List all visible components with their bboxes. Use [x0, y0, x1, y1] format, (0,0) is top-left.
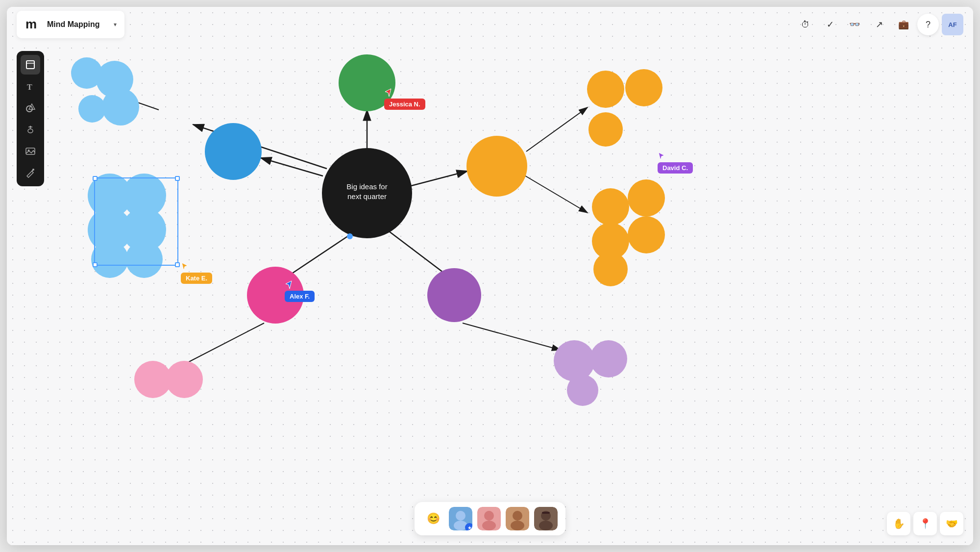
timer-button[interactable]: ⏱: [795, 14, 816, 35]
svg-point-9: [30, 126, 31, 127]
svg-text:T: T: [27, 83, 32, 91]
logo-icon: m: [24, 16, 42, 33]
left-sidebar: T: [17, 51, 44, 186]
svg-point-54: [166, 361, 203, 398]
topbar-right: ⏱ ✓ 👓 ↗ 💼 ? AF: [795, 14, 963, 35]
svg-point-46: [592, 188, 629, 226]
glasses-button[interactable]: 👓: [844, 14, 865, 35]
avatar-1[interactable]: ★: [449, 507, 472, 530]
svg-point-44: [625, 69, 662, 106]
svg-marker-61: [286, 281, 292, 289]
svg-point-50: [593, 252, 628, 286]
svg-point-28: [102, 88, 139, 125]
app-title: Mind Mapping: [47, 20, 109, 29]
svg-point-52: [427, 268, 481, 322]
svg-point-56: [590, 340, 627, 377]
avatar-3[interactable]: [506, 507, 529, 530]
svg-line-23: [463, 323, 561, 350]
tool-shape[interactable]: [21, 98, 40, 118]
svg-marker-58: [385, 89, 391, 97]
svg-point-42: [466, 136, 527, 197]
svg-line-21: [521, 174, 588, 213]
tool-pen[interactable]: [21, 163, 40, 182]
svg-point-41: [347, 233, 353, 239]
briefcase-button[interactable]: 💼: [893, 14, 914, 35]
hand-tool-button[interactable]: ✋: [887, 512, 910, 535]
checklist-button[interactable]: ✓: [819, 14, 841, 35]
avatar-2[interactable]: [477, 507, 501, 530]
svg-point-37: [339, 54, 395, 111]
svg-rect-70: [542, 512, 550, 514]
svg-line-20: [526, 107, 588, 151]
svg-line-22: [183, 323, 264, 365]
svg-point-55: [554, 340, 595, 381]
bottom-right-tools: ✋ 📍 🤝: [887, 512, 963, 535]
svg-marker-60: [182, 263, 188, 271]
bottom-bar: 😊 ★: [415, 502, 565, 535]
svg-marker-59: [659, 152, 664, 160]
emoji-button[interactable]: 😊: [422, 508, 444, 529]
svg-line-15: [411, 171, 467, 186]
svg-text:m: m: [25, 17, 37, 31]
svg-line-18: [261, 158, 323, 176]
star-badge: ★: [465, 523, 472, 530]
svg-point-49: [628, 216, 665, 253]
handshake-tool-button[interactable]: 🤝: [940, 512, 963, 535]
cursor-kate: Kate E.: [181, 262, 189, 272]
logo-area[interactable]: m Mind Mapping ▾: [17, 11, 124, 38]
cursor-jessica: Jessica N.: [384, 88, 392, 98]
cursor-button[interactable]: ↗: [868, 14, 890, 35]
cursor-david: David C.: [658, 151, 665, 161]
svg-point-13: [32, 169, 34, 171]
svg-point-47: [628, 179, 665, 217]
cursor-alex: Alex F.: [285, 280, 293, 290]
mind-map-canvas[interactable]: Big ideas for next quarter: [7, 7, 973, 545]
svg-point-65: [482, 521, 496, 530]
tool-text[interactable]: T: [21, 76, 40, 96]
svg-line-17: [389, 231, 445, 274]
avatar-4[interactable]: [534, 507, 558, 530]
svg-text:next quarter: next quarter: [347, 192, 387, 201]
svg-point-69: [539, 521, 553, 530]
svg-line-16: [291, 235, 350, 274]
svg-point-66: [513, 511, 522, 521]
user-avatar-button[interactable]: AF: [942, 14, 963, 35]
tool-image[interactable]: [21, 141, 40, 161]
svg-point-51: [247, 267, 304, 324]
svg-rect-1: [26, 61, 34, 69]
svg-point-62: [456, 511, 466, 521]
svg-point-29: [78, 95, 106, 123]
tool-ai[interactable]: [21, 120, 40, 139]
svg-point-43: [587, 71, 624, 108]
pin-tool-button[interactable]: 📍: [913, 512, 937, 535]
svg-point-35: [125, 241, 163, 278]
topbar: m Mind Mapping ▾ ⏱ ✓ 👓 ↗ 💼 ? AF: [7, 7, 973, 42]
tool-sticky[interactable]: [21, 55, 40, 75]
svg-point-36: [205, 123, 262, 180]
svg-point-67: [511, 521, 524, 530]
svg-text:Big ideas for: Big ideas for: [346, 182, 387, 191]
svg-point-6: [28, 129, 33, 133]
svg-point-57: [567, 375, 598, 406]
app-frame: m Mind Mapping ▾ ⏱ ✓ 👓 ↗ 💼 ? AF T: [7, 7, 973, 545]
svg-point-64: [484, 511, 494, 521]
svg-point-45: [588, 112, 623, 147]
dropdown-icon[interactable]: ▾: [114, 21, 117, 28]
help-button[interactable]: ?: [917, 14, 939, 35]
svg-point-34: [91, 241, 128, 278]
